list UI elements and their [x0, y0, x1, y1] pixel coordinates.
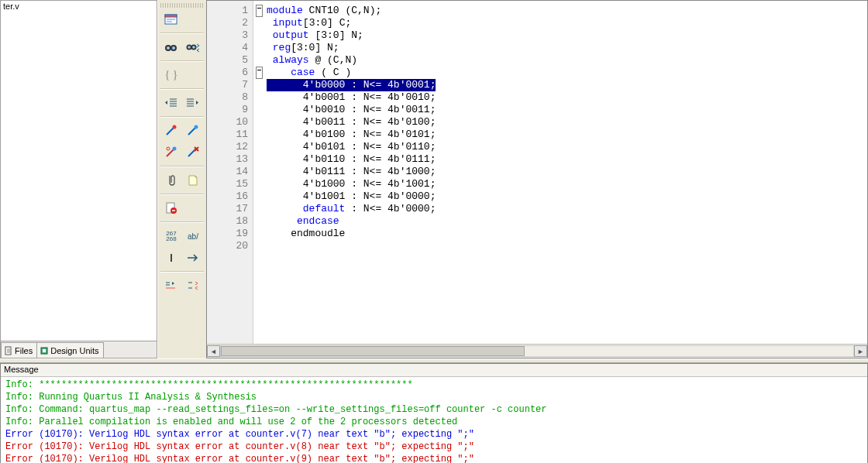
fold-toggle[interactable]	[256, 67, 263, 79]
ab-icon: ab/	[188, 232, 198, 241]
find-button[interactable]	[162, 39, 181, 56]
chip-icon	[40, 346, 49, 355]
numbers-icon: 267268	[166, 231, 176, 242]
left-tabs: Files Design Units	[1, 341, 157, 358]
hscroll-right[interactable]: ►	[854, 345, 867, 357]
find-replace-button[interactable]	[184, 39, 202, 56]
message-panel: Message Info: **************************…	[0, 363, 868, 463]
explorer-icon	[164, 13, 178, 26]
svg-point-10	[172, 46, 175, 50]
svg-rect-6	[167, 21, 172, 22]
file-name[interactable]: ter.v	[3, 2, 19, 11]
toolbar-grip[interactable]	[160, 3, 204, 8]
step-in-icon	[164, 280, 178, 291]
svg-point-13	[188, 46, 191, 49]
message-row[interactable]: Info: Running Quartus II Analysis & Synt…	[5, 391, 866, 403]
note-icon	[188, 174, 198, 187]
message-row[interactable]: Info: Parallel compilation is enabled an…	[5, 416, 866, 428]
ruler-icon	[165, 253, 177, 262]
message-body[interactable]: Info: **********************************…	[1, 377, 867, 463]
svg-point-9	[167, 46, 170, 50]
svg-point-14	[192, 46, 195, 49]
ruler-button[interactable]	[162, 249, 181, 266]
goto-button[interactable]	[184, 249, 202, 266]
tool-cut[interactable]	[162, 144, 181, 161]
message-row[interactable]: Info: **********************************…	[5, 379, 866, 391]
tab-design-units[interactable]: Design Units	[36, 342, 103, 358]
arrow-right-icon	[186, 254, 200, 262]
binoculars-icon	[164, 41, 178, 53]
tab-design-units-label: Design Units	[50, 346, 98, 355]
note-button[interactable]	[184, 172, 202, 189]
svg-rect-21	[170, 254, 172, 262]
braces-icon: { }	[165, 69, 178, 81]
line-numbers-button[interactable]: 267268	[162, 228, 181, 245]
message-row[interactable]: Error (10170): Verilog HDL syntax error …	[5, 441, 866, 453]
outdent-button[interactable]	[162, 94, 181, 111]
braces-button[interactable]: { }	[162, 67, 181, 84]
attach-button[interactable]	[162, 172, 181, 189]
message-header: Message	[1, 364, 867, 377]
indent-icon	[186, 98, 200, 108]
hscroll: ◄ ►	[207, 344, 867, 358]
hscroll-track[interactable]	[220, 345, 854, 357]
step-swap-button[interactable]	[184, 277, 202, 294]
svg-rect-4	[165, 15, 177, 17]
page-red-icon	[165, 202, 177, 214]
hscroll-left[interactable]: ◄	[207, 345, 220, 357]
scissors-wand-icon	[164, 146, 178, 159]
editor-toolbar: { }	[157, 0, 207, 358]
step-in-button[interactable]	[162, 277, 181, 294]
document-icon	[4, 346, 13, 355]
top-area: ter.v Files Design Units	[0, 0, 868, 358]
wand-red-icon	[164, 125, 178, 137]
tool-wand-red[interactable]	[162, 122, 181, 139]
svg-rect-5	[167, 19, 175, 20]
svg-point-18	[173, 147, 177, 151]
code-editor: 1234567891011121314151617181920 module C…	[207, 0, 868, 358]
fold-gutter	[253, 1, 265, 344]
tool-wand-blue[interactable]	[184, 122, 202, 139]
tool-clear[interactable]	[184, 144, 202, 161]
tab-files[interactable]: Files	[1, 342, 37, 358]
svg-point-15	[173, 125, 177, 129]
code-area[interactable]: 1234567891011121314151617181920 module C…	[207, 1, 867, 344]
word-wrap-button[interactable]: ab/	[184, 228, 202, 245]
svg-point-16	[195, 125, 198, 129]
message-row[interactable]: Error (10170): Verilog HDL syntax error …	[5, 428, 866, 441]
tab-files-label: Files	[15, 346, 33, 355]
message-row[interactable]: Info: Command: quartus_map --read_settin…	[5, 403, 866, 416]
code-lines[interactable]: module CNT10 (C,N); input[3:0] C; output…	[265, 1, 867, 344]
wand-x-icon	[186, 146, 200, 159]
project-navigator: ter.v Files Design Units	[0, 0, 157, 358]
explorer-button[interactable]	[162, 11, 181, 28]
page-error-button[interactable]	[162, 200, 181, 217]
svg-rect-2	[43, 349, 46, 352]
binoculars-arrows-icon	[185, 41, 201, 53]
line-gutter: 1234567891011121314151617181920	[207, 1, 253, 344]
wand-blue-icon	[186, 125, 200, 137]
hscroll-thumb[interactable]	[221, 346, 525, 356]
step-swap-icon	[186, 280, 200, 291]
outdent-icon	[164, 98, 178, 108]
svg-point-17	[167, 147, 170, 150]
indent-button[interactable]	[184, 94, 202, 111]
paperclip-icon	[166, 174, 177, 187]
message-row[interactable]: Error (10170): Verilog HDL syntax error …	[5, 453, 866, 463]
fold-toggle[interactable]	[256, 5, 263, 17]
